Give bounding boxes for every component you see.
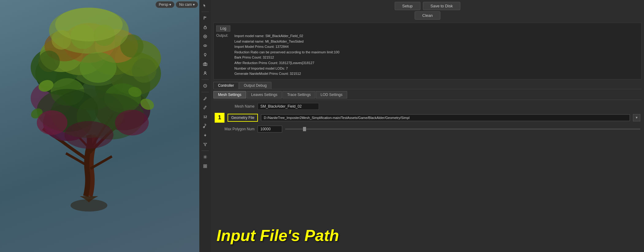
max-polygon-input[interactable]: 10000 — [258, 126, 282, 132]
mesh-name-label: Mesh Name — [215, 104, 255, 109]
log-line-3: Import Model Prims Count: 1372844 — [234, 44, 339, 50]
svg-rect-56 — [205, 166, 207, 168]
tab-trace-settings[interactable]: Trace Settings — [282, 91, 315, 98]
log-line-7: Number of Imported model LODs: 7 — [234, 66, 339, 71]
polygon-slider[interactable] — [285, 128, 640, 130]
toolbar-sep-1 — [201, 12, 209, 12]
max-polygon-row: Max Polygon Num 10000 — [215, 126, 640, 132]
log-line-5: Bark Prims Count: 321512 — [234, 55, 339, 60]
sub-tabs: Mesh Settings Leaves Settings Trace Sett… — [213, 89, 642, 100]
lock-icon[interactable] — [201, 23, 209, 32]
tree-viewport — [6, 6, 184, 239]
tab-controller[interactable]: Controller — [213, 82, 239, 89]
svg-point-24 — [38, 51, 60, 72]
tab-mesh-settings[interactable]: Mesh Settings — [213, 91, 246, 98]
camera-icon[interactable] — [201, 60, 209, 68]
svg-point-35 — [37, 110, 67, 135]
perspective-button[interactable]: Persp ▾ — [155, 1, 175, 8]
filter-icon[interactable] — [201, 140, 209, 149]
svg-point-49 — [205, 86, 206, 86]
toolbar-sep-4 — [201, 151, 209, 151]
toolbar-sep-3 — [201, 92, 209, 92]
log-line-8: Generate NaniteModel Prims Count: 321512 — [234, 71, 339, 77]
mesh-name-row: Mesh Name SM_BlackAlder_Field_02 — [215, 103, 640, 110]
arrow-down-icon[interactable] — [201, 131, 209, 139]
svg-rect-54 — [205, 165, 207, 166]
pencil2-icon[interactable] — [201, 103, 209, 112]
viewport-toolbar: Persp ▾ No cam ▾ — [154, 0, 199, 9]
side-toolbar: 12 — [199, 0, 211, 252]
log-line-6: After Reduction Prims Count: 318127[Leav… — [234, 60, 339, 66]
svg-point-52 — [205, 156, 206, 158]
svg-point-25 — [132, 58, 156, 83]
toolbar-sep-2 — [201, 79, 209, 80]
controller-tabs: Controller Output Debug — [213, 82, 642, 89]
svg-rect-53 — [204, 165, 205, 166]
top-buttons-row: Setup Save to Disk — [211, 0, 644, 11]
log-text-block: Import model name: SM_BlackAlder_Field_0… — [234, 33, 339, 77]
svg-point-37 — [64, 121, 113, 149]
settings-icon[interactable] — [201, 153, 209, 161]
svg-point-46 — [205, 64, 206, 65]
setup-button[interactable]: Setup — [395, 2, 420, 10]
cursor-icon[interactable] — [201, 1, 209, 10]
save-button[interactable]: Save to Disk — [423, 2, 461, 10]
circle-dot-icon[interactable] — [201, 82, 209, 90]
grid-icon[interactable] — [201, 162, 209, 170]
svg-rect-55 — [204, 166, 205, 168]
twelve-icon[interactable]: 12 — [201, 113, 209, 121]
svg-point-17 — [80, 52, 117, 83]
flag-icon[interactable] — [201, 14, 209, 22]
log-content: Output: Import model name: SM_BlackAlder… — [216, 33, 639, 77]
slider-thumb[interactable] — [303, 127, 306, 131]
log-section: Log Output: Import model name: SM_BlackA… — [213, 23, 642, 79]
clean-row: Clean — [211, 11, 644, 21]
log-line-1: Import model name: SM_BlackAlder_Field_0… — [234, 33, 339, 39]
log-line-2: Leaf material name: MI_BlackAlder_TwoSid… — [234, 39, 339, 44]
viewport: Persp ▾ No cam ▾ — [0, 0, 199, 252]
svg-rect-39 — [204, 27, 206, 29]
max-polygon-label: Max Polygon Num — [215, 127, 255, 131]
x-circle-icon[interactable] — [201, 32, 209, 41]
log-tab[interactable]: Log — [216, 25, 230, 32]
mesh-name-value: SM_BlackAlder_Field_02 — [258, 103, 319, 110]
svg-point-47 — [205, 72, 206, 73]
geometry-file-row: 1 Geometry File D:/NaniteTree_Imposter2M… — [215, 113, 640, 123]
geometry-file-browse-button[interactable]: ▼ — [633, 114, 640, 121]
svg-point-44 — [205, 45, 206, 46]
geometry-file-input[interactable]: D:/NaniteTree_Imposter2Mesh_Simplificati… — [261, 114, 630, 121]
geometry-file-button[interactable]: Geometry File — [228, 114, 258, 122]
lightbulb-icon[interactable] — [201, 51, 209, 59]
paint-icon[interactable] — [201, 122, 209, 130]
controller-section: Controller Output Debug Mesh Settings Le… — [213, 82, 642, 251]
tab-leaves-settings[interactable]: Leaves Settings — [247, 91, 282, 98]
eye-icon[interactable] — [201, 41, 209, 50]
person-icon[interactable] — [201, 69, 209, 78]
tab-output-debug[interactable]: Output Debug — [239, 82, 271, 89]
log-output-label: Output: — [216, 33, 228, 77]
svg-point-30 — [55, 8, 123, 41]
right-panel: Setup Save to Disk Clean Log Output: Imp… — [211, 0, 644, 252]
camera-button[interactable]: No cam ▾ — [176, 1, 198, 8]
pencil-icon[interactable] — [201, 94, 209, 103]
svg-point-36 — [115, 110, 149, 136]
settings-content: Mesh Name SM_BlackAlder_Field_02 1 Geome… — [213, 100, 642, 251]
clean-button[interactable]: Clean — [415, 11, 440, 20]
annotation-text: Input File's Path — [217, 226, 339, 245]
log-line-4: Reduction Ratio can be preserved accordi… — [234, 50, 339, 55]
tab-lod-settings[interactable]: LOD Settings — [316, 91, 347, 98]
step-badge: 1 — [215, 113, 224, 123]
